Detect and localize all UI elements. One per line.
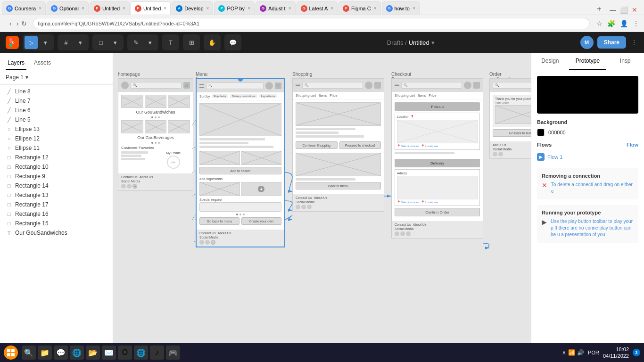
layer-item[interactable]: ╱Line 8 <box>0 87 113 96</box>
taskbar-app-chrome[interactable]: 🌐 <box>70 346 84 360</box>
taskbar-wifi-icon[interactable]: 📶 <box>568 349 575 356</box>
background-color-swatch[interactable] <box>537 129 545 136</box>
layer-item[interactable]: ○Ellipse 13 <box>0 124 113 134</box>
flow-1-item[interactable]: ▶ Flow 1 <box>537 151 638 163</box>
forward-button[interactable]: › <box>15 19 21 28</box>
layer-item[interactable]: □Rectangle 9 <box>0 172 113 181</box>
canvas-area[interactable]: homepage 🔍 🛒 <box>113 53 531 362</box>
maximize-window-button[interactable]: ⬜ <box>619 5 629 15</box>
start-button[interactable] <box>4 346 18 360</box>
layer-item[interactable]: ○Ellipse 11 <box>0 143 113 153</box>
tab-design[interactable]: Design <box>531 53 569 70</box>
select-tool[interactable]: ▷ <box>25 36 38 49</box>
layer-item[interactable]: □Rectangle 16 <box>0 209 113 219</box>
taskbar-app-chat[interactable]: 💬 <box>54 346 68 360</box>
browser-tab-tab1[interactable]: GCoursera× <box>2 1 46 15</box>
browser-tab-tab3[interactable]: FUntitled× <box>90 1 130 15</box>
title-dropdown-arrow[interactable]: ▾ <box>431 39 435 46</box>
tab-close-button[interactable]: × <box>123 6 125 11</box>
flows-section: Flows Flow ▶ Flow 1 <box>537 142 638 163</box>
layer-item[interactable]: □Rectangle 14 <box>0 181 113 190</box>
browser-tab-tab8[interactable]: GLatest A× <box>297 1 338 15</box>
frame-dropdown[interactable]: ▾ <box>74 36 87 49</box>
new-tab-button[interactable]: + <box>594 3 605 15</box>
bookmark-button[interactable]: ☆ <box>595 19 603 28</box>
frame-tool[interactable]: # <box>59 36 73 49</box>
tab-close-button[interactable]: × <box>289 6 291 11</box>
wireframe-menu-item[interactable]: 🔍 🛒 Sort by Popularity Dietary restricti… <box>196 78 285 247</box>
taskbar-app-spotify[interactable]: ♪ <box>150 346 164 360</box>
hand-tool[interactable]: ✋ <box>206 36 219 49</box>
component-tool[interactable]: ⊞ <box>185 36 198 49</box>
profile-button[interactable]: 👤 <box>619 19 629 28</box>
layer-item[interactable]: ╱Line 5 <box>0 115 113 124</box>
browser-tab-tab5[interactable]: ADevelop× <box>172 1 213 15</box>
layer-item[interactable]: □Rectangle 12 <box>0 153 113 162</box>
taskbar-app-edge[interactable]: 🌐 <box>134 346 148 360</box>
menu-button[interactable]: ⋮ <box>632 19 640 28</box>
minimize-window-button[interactable]: — <box>609 5 617 15</box>
tab-prototype[interactable]: Prototype <box>569 53 607 70</box>
tab-assets[interactable]: Assets <box>32 57 53 70</box>
taskbar-app-files[interactable]: 📁 <box>38 346 52 360</box>
browser-tab-tab2[interactable]: GOptional× <box>47 1 89 15</box>
tab-close-button[interactable]: × <box>82 6 84 11</box>
pen-tool[interactable]: ✎ <box>129 36 142 49</box>
browser-tab-tab9[interactable]: FFigma C× <box>339 1 380 15</box>
play-icon: ▶ <box>542 218 547 226</box>
extensions-button[interactable]: 🧩 <box>606 19 616 28</box>
taskbar-app-explorer[interactable]: 📂 <box>86 346 100 360</box>
pen-dropdown[interactable]: ▾ <box>143 36 157 49</box>
taskbar-up-arrow[interactable]: ∧ <box>562 349 566 356</box>
close-window-button[interactable]: ✕ <box>631 5 638 15</box>
layer-item[interactable]: □Rectangle 17 <box>0 200 113 209</box>
wireframe-confirmation[interactable]: 🔍 Thank you for your purch... Your Order… <box>489 78 531 159</box>
address-bar[interactable]: figma.com/file/FqfQjUGRbSWbWZtXzVSaby/Un… <box>33 18 590 29</box>
tab-inspect[interactable]: Insp <box>606 53 644 70</box>
more-options-button[interactable]: ⋮ <box>630 38 638 47</box>
tab-close-button[interactable]: × <box>374 6 377 11</box>
text-tool[interactable]: T <box>164 36 177 49</box>
wireframe-cart[interactable]: 🔍 Shopping cartItemsPrice <box>292 78 384 212</box>
wireframe-homepage[interactable]: 🔍 🛒 Our GouSandwiches <box>118 78 193 191</box>
layer-item[interactable]: □Rectangle 15 <box>0 219 113 228</box>
layer-item[interactable]: ╱Line 7 <box>0 96 113 106</box>
wireframe-checkout[interactable]: 🔍 Shopping cartItemsPrice Pick-up <box>391 78 483 239</box>
taskbar-app-office[interactable]: O <box>118 346 132 360</box>
tab-close-button[interactable]: × <box>164 6 166 11</box>
tab-layers[interactable]: Layers <box>6 57 26 70</box>
flow-1-label: Flow 1 <box>547 154 562 160</box>
taskbar-app-game[interactable]: 🎮 <box>166 346 180 360</box>
taskbar-app-mail[interactable]: ✉️ <box>102 346 116 360</box>
back-button[interactable]: ‹ <box>8 19 14 28</box>
notification-badge[interactable]: 3 <box>633 349 640 356</box>
taskbar-volume-icon[interactable]: 🔊 <box>577 349 584 356</box>
background-color-row: 000000 <box>537 129 638 136</box>
layer-item[interactable]: ╱Line 6 <box>0 106 113 115</box>
user-avatar[interactable]: M <box>580 36 594 49</box>
shape-tool[interactable]: □ <box>94 36 107 49</box>
layer-item[interactable]: TOur GouSandwiches <box>0 228 113 238</box>
taskbar-datetime[interactable]: 18:02 04/11/2022 <box>603 346 629 360</box>
tab-close-button[interactable]: × <box>330 6 333 11</box>
browser-tab-tab10[interactable]: Ghow to× <box>382 1 420 15</box>
browser-tab-tab4[interactable]: FUntitled× <box>131 1 171 15</box>
select-dropdown[interactable]: ▾ <box>39 36 52 49</box>
shape-dropdown[interactable]: ▾ <box>108 36 122 49</box>
tab-favicon: G <box>386 5 393 12</box>
page-selector[interactable]: Page 1 ▾ <box>0 70 113 85</box>
layer-item[interactable]: □Rectangle 13 <box>0 190 113 200</box>
tab-close-button[interactable]: × <box>413 6 415 11</box>
tab-close-button[interactable]: × <box>39 6 41 11</box>
tab-close-button[interactable]: × <box>206 6 209 11</box>
layer-item[interactable]: ○Ellipse 12 <box>0 134 113 143</box>
layer-type-icon: ○ <box>6 145 12 151</box>
comment-tool[interactable]: 💬 <box>226 36 239 49</box>
layer-item[interactable]: □Rectangle 10 <box>0 162 113 172</box>
taskbar-app-search[interactable]: 🔍 <box>22 346 36 360</box>
tab-close-button[interactable]: × <box>248 6 250 11</box>
browser-tab-tab7[interactable]: GAdjust t× <box>256 1 296 15</box>
share-button[interactable]: Share <box>597 36 626 49</box>
refresh-button[interactable]: ↻ <box>21 20 27 27</box>
browser-tab-tab6[interactable]: PPOP by× <box>214 1 255 15</box>
